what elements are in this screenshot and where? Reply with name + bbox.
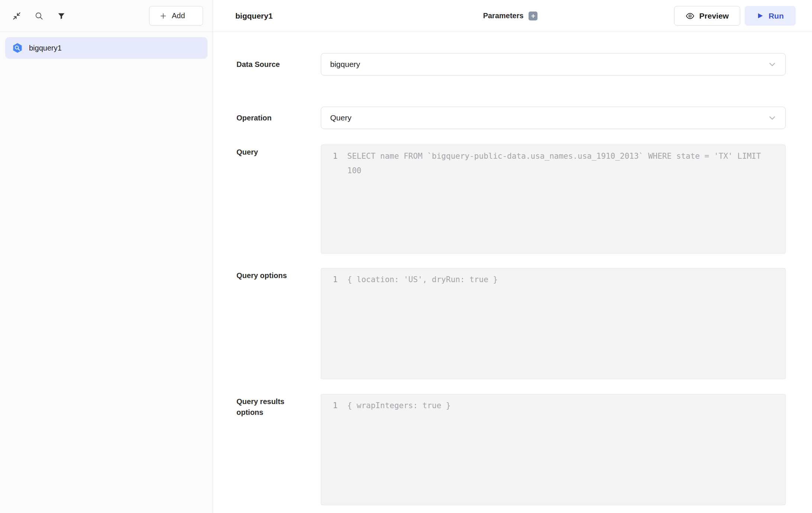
query-results-options-code-editor[interactable]: 1 { wrapIntegers: true } (321, 394, 786, 505)
operation-select[interactable]: Query (321, 107, 786, 129)
bigquery-icon (12, 42, 23, 54)
add-button-label: Add (172, 12, 185, 20)
query-options-code-editor[interactable]: 1 { location: 'US', dryRun: true } (321, 268, 786, 379)
query-options-placeholder-text: { location: 'US', dryRun: true } (347, 272, 776, 379)
preview-button[interactable]: Preview (674, 6, 740, 26)
query-results-options-row: Query results options 1 { wrapIntegers: … (236, 394, 786, 505)
query-row: Query 1 SELECT name FROM `bigquery-publi… (236, 145, 786, 254)
line-number: 1 (331, 399, 338, 505)
data-source-row: Data Source bigquery (236, 53, 786, 75)
sidebar-toolbar: Add (0, 0, 213, 32)
query-item-label: bigquery1 (29, 44, 62, 52)
query-list-item-bigquery1[interactable]: bigquery1 (5, 37, 207, 59)
query-title: bigquery1 (235, 12, 273, 20)
operation-row: Operation Query (236, 107, 786, 129)
chevron-down-icon (768, 114, 776, 122)
query-results-options-placeholder-text: { wrapIntegers: true } (347, 399, 776, 505)
line-number: 1 (331, 272, 338, 379)
play-icon (757, 12, 764, 19)
query-placeholder-text: SELECT name FROM `bigquery-public-data.u… (347, 149, 776, 253)
operation-value: Query (330, 113, 351, 122)
query-panel: Add bigquery1 bigquery1 Parameters + (0, 0, 812, 513)
data-source-select[interactable]: bigquery (321, 53, 786, 75)
data-source-value: bigquery (330, 60, 360, 69)
parameters-label: Parameters (483, 12, 523, 20)
collapse-panel-icon[interactable] (11, 10, 22, 22)
query-options-row: Query options 1 { location: 'US', dryRun… (236, 268, 786, 379)
query-sidebar: Add bigquery1 (0, 0, 213, 513)
chevron-down-icon (768, 60, 776, 68)
run-button[interactable]: Run (745, 6, 796, 26)
data-source-label: Data Source (236, 59, 321, 70)
line-number: 1 (331, 149, 338, 253)
query-label: Query (236, 145, 321, 254)
plus-icon (159, 12, 167, 20)
add-parameter-button[interactable]: + (529, 12, 538, 20)
filter-icon[interactable] (56, 10, 67, 22)
add-query-button[interactable]: Add (149, 6, 203, 26)
query-form: Data Source bigquery Operation Query (213, 32, 812, 513)
operation-label: Operation (236, 113, 321, 123)
search-icon[interactable] (33, 10, 45, 22)
eye-icon (686, 12, 695, 20)
query-editor-panel: bigquery1 Parameters + Preview (213, 0, 812, 513)
preview-button-label: Preview (699, 12, 729, 20)
run-button-label: Run (768, 12, 784, 20)
query-editor-header: bigquery1 Parameters + Preview (213, 0, 812, 32)
header-actions: Preview Run (674, 6, 796, 26)
query-results-options-label: Query results options (236, 394, 321, 505)
parameters-section: Parameters + (483, 12, 538, 20)
query-options-label: Query options (236, 268, 321, 379)
query-code-editor[interactable]: 1 SELECT name FROM `bigquery-public-data… (321, 145, 786, 254)
query-list: bigquery1 (0, 32, 213, 64)
